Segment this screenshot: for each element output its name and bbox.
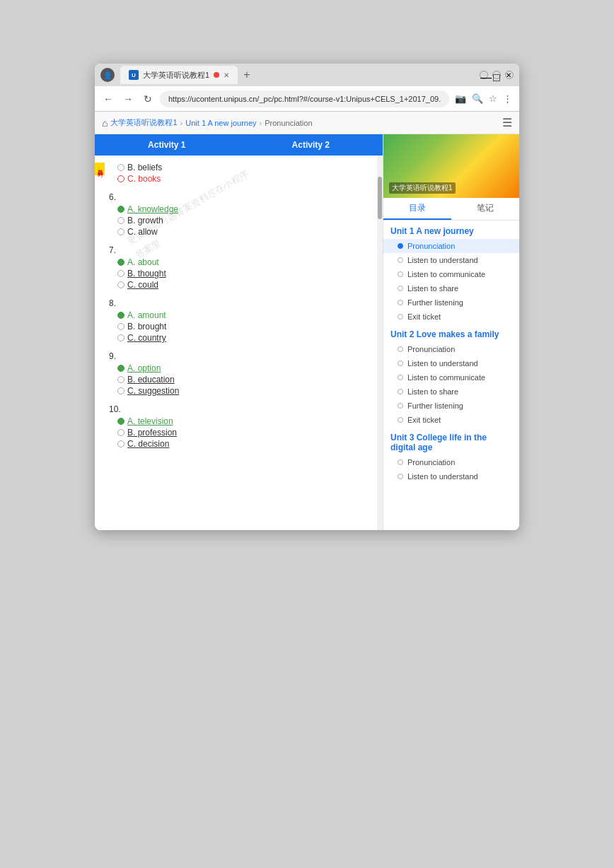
address-bar-icons: 📷 🔍 ☆ ⋮ [453,92,514,105]
breadcrumb-unit[interactable]: Unit 1 A new journey [185,119,256,127]
tab-title: 大学英语听说教程1 [143,70,209,81]
content-scrollbar[interactable] [377,156,383,530]
back-button[interactable]: ← [100,91,116,107]
sidebar-tabs: 目录 笔记 [383,198,519,221]
q6-option-a[interactable]: A. knowledge [109,204,371,214]
url-input[interactable] [160,90,449,107]
q10-num: 10. [109,404,371,414]
q10-b-text: B. profession [127,428,177,438]
toc-u2-item-2-label: Listen to communicate [407,373,485,382]
q10-option-c[interactable]: C. decision [109,439,371,449]
activity-tabs: Activity 1 Activity 2 [95,134,383,156]
q6-option-b[interactable]: B. growth [109,216,371,225]
q9-option-b[interactable]: B. education [109,375,371,385]
tab-close-btn[interactable]: ✕ [224,71,229,79]
q5-option-b[interactable]: B. beliefs [109,163,371,172]
q9-option-a[interactable]: A. option [109,363,371,373]
toc-unit1-listen-communicate[interactable]: Listen to communicate [383,267,519,281]
sidebar-tab-toc[interactable]: 目录 [383,198,451,220]
q8-option-b[interactable]: B. brought [109,322,371,332]
toc-unit1-pronunciation[interactable]: Pronunciation [383,239,519,253]
toc-u3-item-0-label: Pronunciation [407,458,455,467]
window-controls: — □ ✕ [480,71,514,79]
toc-area: Unit 1 A new journey Pronunciation Liste… [383,221,519,530]
new-tab-button[interactable]: + [241,69,253,81]
toc-u1-item-5-label: Exit ticket [407,312,441,321]
q10-option-b[interactable]: B. profession [109,428,371,438]
question-7: 7. A. about B. thought C. [109,245,371,290]
yellow-note: 各题 时… [95,163,105,175]
toc-u2-item-4-label: Further listening [407,401,463,410]
toc-dot-u1fl [398,300,403,305]
toc-unit2-exit[interactable]: Exit ticket [383,413,519,427]
toc-unit2-listen-communicate[interactable]: Listen to communicate [383,370,519,385]
browser-tab[interactable]: U 大学英语听说教程1 ✕ [120,66,238,84]
q6-b-text: B. growth [127,216,163,225]
q10-a-text: A. television [127,416,173,426]
profile-icon[interactable]: 👤 [100,68,115,82]
sidebar-tab-notes[interactable]: 笔记 [451,198,519,220]
q9-option-c[interactable]: C. suggestion [109,386,371,396]
toc-unit3-heading: Unit 3 College life in the digital age [383,427,519,455]
question-9: 9. A. option B. education [109,351,371,396]
search-icon[interactable]: 🔍 [470,92,485,105]
toc-unit3-pronunciation[interactable]: Pronunciation [383,455,519,469]
bookmark-icon[interactable]: ☆ [487,92,499,105]
toc-u2-item-3-label: Listen to share [407,387,458,396]
q7-option-b[interactable]: B. thought [109,269,371,278]
q8-option-a[interactable]: A. amount [109,310,371,320]
radio-q8b [117,323,124,330]
forward-button[interactable]: → [120,91,136,107]
menu-icon[interactable]: ⋮ [502,92,514,105]
toc-unit2-further[interactable]: Further listening [383,399,519,413]
cast-icon[interactable]: 📷 [453,92,468,105]
toc-dot-u2ls [398,389,403,394]
q7-option-c[interactable]: C. could [109,280,371,290]
toc-dot-u1lc [398,271,403,277]
tab-area: U 大学英语听说教程1 ✕ + [120,66,474,84]
q8-num: 8. [109,298,371,308]
toc-dot-u1p [398,243,403,249]
tab-activity2[interactable]: Activity 2 [239,134,383,156]
q7-option-a[interactable]: A. about [109,257,371,267]
yellow-note-text2: 时… [97,167,103,172]
toc-unit1-listen-understand[interactable]: Listen to understand [383,253,519,267]
toc-dot-u2p [398,346,403,352]
close-button[interactable]: ✕ [505,71,514,79]
q7-a-text: A. about [127,257,159,267]
radio-q10a [117,418,124,425]
radio-q7a [117,259,124,266]
toc-unit2-listen-share[interactable]: Listen to share [383,385,519,399]
toc-unit2-listen-understand[interactable]: Listen to understand [383,356,519,370]
q10-option-a[interactable]: A. television [109,416,371,426]
breadcrumb: ⌂ 大学英语听说教程1 › Unit 1 A new journey › Pro… [95,112,519,134]
toc-u2-item-1-label: Listen to understand [407,359,478,368]
refresh-button[interactable]: ↻ [140,91,156,107]
toc-unit1-listen-share[interactable]: Listen to share [383,281,519,295]
toc-u2-item-0-label: Pronunciation [407,345,455,353]
q6-option-c[interactable]: C. allow [109,227,371,237]
toc-unit1-heading: Unit 1 A new journey [383,221,519,239]
breadcrumb-sep-2: › [260,119,262,127]
toc-dot-u2lc [398,375,403,380]
radio-q7c [117,281,124,288]
home-icon[interactable]: ⌂ [102,117,108,129]
toc-unit3-listen-understand[interactable]: Listen to understand [383,469,519,483]
breadcrumb-course[interactable]: 大学英语听说教程1 [110,117,177,128]
scroll-thumb [378,177,382,219]
maximize-button[interactable]: □ [492,71,501,79]
page-menu-icon[interactable]: ☰ [502,116,512,129]
toc-unit2-pronunciation[interactable]: Pronunciation [383,342,519,356]
q10-c-text: C. decision [127,439,169,449]
tab-activity1[interactable]: Activity 1 [95,134,239,156]
toc-u1-item-1-label: Listen to understand [407,256,478,264]
toc-unit1-exit[interactable]: Exit ticket [383,310,519,324]
minimize-button[interactable]: — [480,71,488,79]
radio-q7b [117,270,124,277]
toc-dot-u1ls [398,286,403,291]
q8-option-c[interactable]: C. country [109,333,371,343]
sidebar-image-label: 大学英语听说教程1 [389,182,456,194]
toc-unit1-further[interactable]: Further listening [383,295,519,310]
q7-b-text: B. thought [127,269,166,278]
q5-option-c[interactable]: C. books [109,174,371,184]
